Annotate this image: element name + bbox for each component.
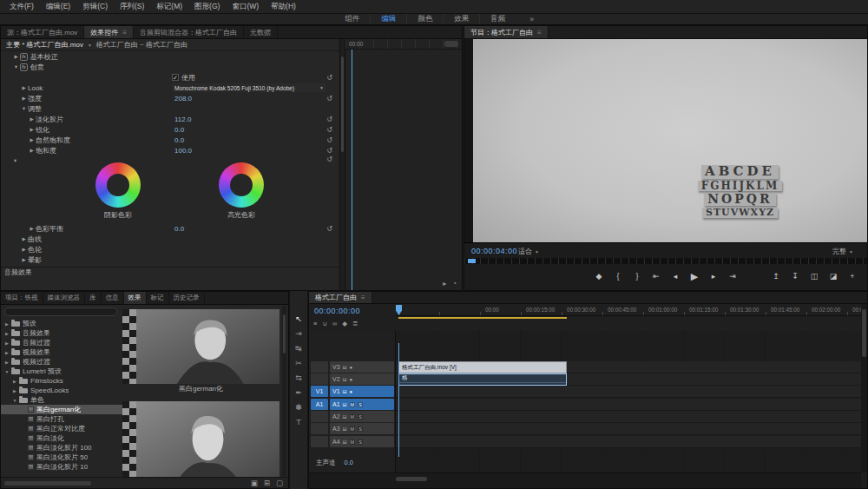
mark-in-button[interactable]: { (608, 268, 628, 284)
project-scrollbar[interactable] (282, 306, 286, 476)
effect-parameter-row[interactable]: ▶色彩平衡0.0↺ (1, 223, 339, 234)
twirl-icon[interactable]: ▶ (28, 137, 36, 142)
delete-icon[interactable]: ▢ (276, 479, 283, 487)
panel-tab[interactable]: 效果 (124, 292, 147, 304)
ripple-edit-tool[interactable]: ↹ (295, 345, 302, 353)
track-target-icon[interactable]: ● (350, 389, 353, 394)
twirl-icon[interactable]: ▶ (3, 360, 10, 365)
track-lane[interactable] (396, 386, 861, 398)
reset-icon[interactable]: ↺ (326, 95, 332, 102)
clip-source-selector[interactable]: 主要 * 格式工厂自由.mov (6, 40, 83, 50)
twirl-icon[interactable]: ▼ (20, 106, 28, 111)
workspace-tab[interactable]: 组件 (334, 14, 370, 24)
reset-icon[interactable]: ↺ (326, 155, 332, 163)
panel-tab[interactable]: 媒体浏览器 (43, 292, 86, 304)
track-target-icon[interactable]: ● (350, 365, 353, 370)
tree-item[interactable]: ▶音频效果 (1, 328, 122, 338)
tree-item[interactable]: 黑白淡化 (1, 433, 122, 443)
mute-button[interactable]: M (350, 439, 356, 445)
tree-item[interactable]: ▶视频过渡 (1, 357, 122, 367)
panel-menu-icon[interactable]: ≡ (122, 29, 127, 36)
playhead[interactable] (352, 50, 352, 290)
panel-menu-icon[interactable]: ≡ (361, 294, 365, 301)
panel-tab-program[interactable]: 节目：格式工厂自由 ≡ (464, 26, 549, 38)
panel-tab-sequence[interactable]: 格式工厂自由 ≡ (309, 292, 372, 303)
snap-icon[interactable]: ∪ (322, 320, 327, 327)
effect-parameter-row[interactable]: ▼调整 (1, 103, 339, 114)
source-patch-A1[interactable]: A1 (311, 399, 328, 410)
track-header-A2[interactable]: A2⊟MS (311, 411, 394, 422)
tree-item[interactable]: ▶SpeedLooks (1, 386, 122, 395)
twirl-icon[interactable]: ▶ (28, 116, 36, 122)
program-timecode[interactable]: 00:00:04:00 (471, 247, 517, 255)
step-forward-button[interactable]: ▸ (704, 268, 723, 284)
twirl-icon[interactable]: ▼ (11, 158, 19, 163)
effect-parameter-row[interactable]: ▶曲线 (1, 234, 339, 244)
effects-search-input[interactable] (4, 307, 117, 316)
sync-lock-icon[interactable]: ⊟ (343, 413, 347, 420)
timeline-horizontal-scrollbar[interactable] (309, 472, 861, 488)
workspace-overflow-button[interactable]: » (529, 15, 534, 23)
track-lane[interactable] (396, 423, 861, 435)
effect-parameter-row[interactable]: ▶自然饱和度0.0↺ (1, 135, 339, 145)
twirl-icon[interactable]: ▶ (28, 127, 36, 132)
sync-lock-icon[interactable]: ⊟ (343, 364, 347, 370)
panel-tab[interactable]: 库 (85, 292, 102, 304)
timeline-timecode[interactable]: 00:00:00:00 (314, 307, 360, 315)
comparison-view-button[interactable]: ◪ (824, 268, 843, 284)
play-audio-only-icon[interactable]: ▸ (443, 280, 446, 287)
video-clip[interactable]: 格式工厂自由.mov [V] (398, 361, 567, 373)
effect-parameter-row[interactable]: ▶饱和度100.0↺ (1, 145, 339, 155)
menu-item[interactable]: 窗口(W) (226, 2, 265, 12)
sync-lock-icon[interactable]: ⊟ (343, 388, 347, 394)
workspace-tab[interactable]: 编辑 (370, 14, 406, 24)
panel-tab[interactable]: 标记 (147, 292, 169, 304)
track-controls-V1[interactable]: V1⊟● (330, 386, 394, 397)
parameter-value[interactable]: 0.0 (174, 136, 184, 144)
effect-parameter-row[interactable]: ▶LookMonochrome Kodak 5205 Fuji 3510 (by… (1, 83, 339, 93)
menu-item[interactable]: 图形(G) (188, 2, 226, 12)
menu-item[interactable]: 剪辑(C) (76, 2, 114, 12)
twirl-icon[interactable]: ▶ (20, 257, 28, 262)
panel-tab[interactable]: 历史记录 (169, 292, 205, 304)
track-header-A4[interactable]: A4⊟MS (311, 436, 394, 447)
panel-tab[interactable]: 效果控件≡ (84, 26, 134, 38)
tree-item[interactable]: 黑白打孔 (1, 414, 122, 424)
workspace-tab[interactable]: 音频 (479, 14, 516, 24)
timeline-settings-icon[interactable]: ≣ (352, 320, 358, 327)
track-controls-V3[interactable]: V3⊟● (330, 361, 394, 373)
tree-item[interactable]: ▼Lumetri 预设 (1, 367, 122, 376)
timeline-vertical-scrollbar[interactable] (861, 304, 867, 472)
tree-item[interactable]: 黑白正常对比度 (1, 424, 122, 433)
twirl-icon[interactable]: ▼ (11, 398, 18, 403)
zoom-level-dropdown[interactable]: 适合▼ (518, 247, 539, 256)
effect-parameter-row[interactable]: ▶锐化0.0↺ (1, 124, 339, 135)
track-lane[interactable] (396, 399, 861, 411)
track-lane[interactable] (396, 411, 861, 423)
step-back-button[interactable]: ◂ (666, 268, 685, 284)
preset-preview-card[interactable]: 黑白german化 (122, 309, 279, 394)
parameter-value[interactable]: 100.0 (174, 147, 192, 155)
track-controls-A1[interactable]: A1⊟MS (330, 399, 394, 410)
solo-button[interactable]: S (358, 426, 363, 432)
track-controls-A2[interactable]: A2⊟MS (330, 411, 394, 422)
menu-item[interactable]: 编辑(E) (40, 2, 76, 12)
effect-parameter-row[interactable]: ▶淡化胶片112.0↺ (1, 114, 339, 124)
go-to-out-button[interactable]: ⇥ (723, 268, 742, 284)
reset-icon[interactable]: ↺ (326, 147, 332, 155)
menu-item[interactable]: 序列(S) (114, 2, 150, 12)
menu-item[interactable]: 标记(M) (150, 2, 188, 12)
twirl-icon[interactable]: ▶ (11, 388, 18, 393)
effect-mini-timeline[interactable]: 00:00 ▸◔ (345, 39, 462, 290)
panel-menu-icon[interactable]: ≡ (537, 29, 542, 36)
workspace-tab[interactable]: 效果 (443, 14, 479, 24)
sync-lock-icon[interactable]: ⊟ (343, 376, 347, 382)
color-wheel-1[interactable] (219, 162, 264, 208)
effect-parameter-row[interactable]: ▼fx创意 (1, 62, 339, 72)
linked-selection-icon[interactable]: ∞ (332, 320, 337, 327)
track-header-A1[interactable]: A1A1⊟MS (311, 399, 394, 410)
twirl-icon[interactable]: ▶ (12, 54, 20, 59)
twirl-icon[interactable]: ▶ (3, 321, 10, 327)
sync-lock-icon[interactable]: ⊟ (343, 439, 347, 445)
parameter-value[interactable]: 0.0 (174, 126, 184, 134)
